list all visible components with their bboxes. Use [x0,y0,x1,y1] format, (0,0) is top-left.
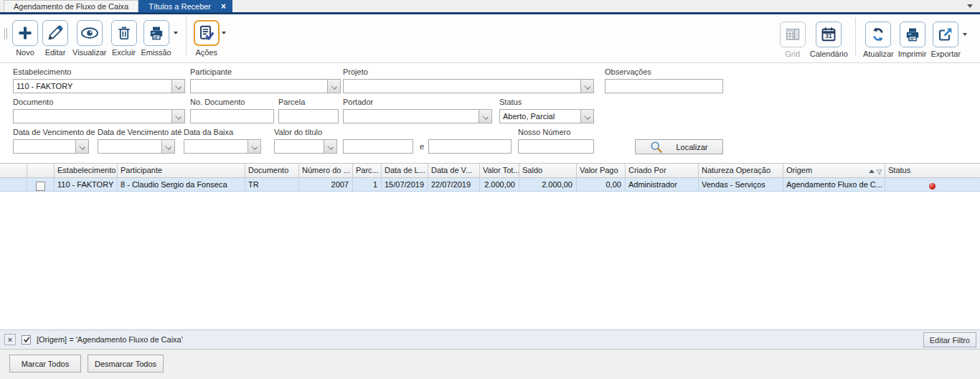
column-header-documento[interactable]: Documento [245,164,299,177]
column-header-valor-pago[interactable]: Valor Pago [577,164,626,177]
tab-overflow-chevron-icon[interactable] [967,4,973,8]
desmarcar-todos-button[interactable]: Desmarcar Todos [88,355,164,373]
column-header-data-vencimento[interactable]: Data de V... [428,164,480,177]
valor-titulo-value [275,140,324,153]
chevron-down-icon[interactable] [324,140,336,153]
cell-origem: Agendamento Fluxo de C... [783,178,885,191]
checkmark-icon [23,336,30,343]
excluir-button[interactable]: Excluir [109,19,139,57]
chevron-down-icon[interactable] [161,140,174,153]
acoes-button[interactable]: Ações [192,19,222,57]
button-label: Excluir [112,48,136,57]
status-select[interactable]: Aberto, Parcial [499,109,594,123]
row-indicator-header [0,164,27,177]
toolbar-grip-handle[interactable] [4,28,7,39]
parcela-input[interactable] [278,109,339,123]
no-documento-input[interactable] [190,109,274,123]
column-header-parcela[interactable]: Parc... [353,164,382,177]
column-header-valor-total[interactable]: Valor Tot... [480,164,519,177]
app-window: Agendamento de Fluxo de Caixa Títulos a … [0,0,980,379]
row-checkbox[interactable] [36,182,45,191]
atualizar-button[interactable]: Atualizar [861,21,896,59]
participante-label: Participante [190,67,232,76]
estabelecimento-select[interactable]: 110 - FAKTORY [13,79,185,93]
grid-header-row: Estabelecimento Participante Documento N… [0,164,980,178]
data-baixa-select[interactable] [184,139,261,154]
editar-filtro-button[interactable]: Editar Filtro [923,332,976,347]
column-filter-icon[interactable] [876,169,882,176]
localizar-button[interactable]: Localizar [635,139,723,154]
close-tab-icon[interactable]: × [221,2,226,11]
button-label: Emissão [141,48,171,57]
portador-label: Portador [343,98,373,106]
results-grid: Estabelecimento Participante Documento N… [0,164,980,329]
row-indicator-cell [0,178,27,191]
checkbox-column-header[interactable] [27,164,55,177]
column-header-data-lancamento[interactable]: Data de L... [382,164,428,177]
tab-titulos-a-receber[interactable]: Títulos a Receber × [138,0,232,12]
tab-agendamento-fluxo-caixa[interactable]: Agendamento de Fluxo de Caixa [4,0,138,12]
calendar-icon: 31 [816,22,842,47]
portador-select[interactable] [343,109,492,123]
column-header-origem[interactable]: Origem [783,164,885,177]
participante-select[interactable] [190,79,341,93]
emissao-button[interactable]: Emissão [139,19,174,57]
remove-filter-button[interactable]: × [4,334,16,345]
footer-bar: Marcar Todos Desmarcar Todos [0,350,980,379]
imprimir-button[interactable]: Imprimir [896,21,929,59]
chevron-down-icon[interactable] [580,110,593,123]
cell-parcela: 1 [353,178,382,191]
projeto-value [344,80,580,93]
chevron-down-icon[interactable] [580,80,593,93]
doc-check-icon [194,20,220,46]
chevron-down-icon[interactable] [479,110,491,123]
documento-select[interactable] [13,109,185,123]
refresh-icon [865,22,891,47]
chevron-down-icon[interactable] [171,80,184,93]
emissao-dropdown-arrow-icon[interactable] [174,32,178,34]
close-icon: × [8,335,12,344]
chevron-down-icon[interactable] [75,140,88,153]
filter-expression: [Origem] = 'Agendamento Fluxo de Caixa' [37,335,183,344]
column-header-saldo[interactable]: Saldo [519,164,577,177]
observacoes-input[interactable] [605,79,723,93]
valor-titulo-select[interactable] [274,139,337,154]
column-header-numero[interactable]: Número do ... [299,164,353,177]
projeto-select[interactable] [343,79,594,93]
sort-ascending-icon [869,169,875,173]
data-vencimento-ate-select[interactable] [98,139,175,154]
column-header-estabelecimento[interactable]: Estabelecimento [55,164,118,177]
editar-button[interactable]: Editar [40,19,70,57]
nosso-numero-input[interactable] [518,139,594,154]
filter-enabled-checkbox[interactable] [22,335,31,345]
novo-button[interactable]: Novo [10,19,40,57]
grid-empty-area [0,192,980,329]
column-header-participante[interactable]: Participante [118,164,245,177]
exportar-button[interactable]: Exportar [928,21,963,59]
acoes-dropdown-arrow-icon[interactable] [222,32,226,34]
eye-icon [77,20,103,46]
column-header-status[interactable]: Status [885,164,979,177]
calendario-button[interactable]: 31 Calendário [808,21,850,59]
chevron-down-icon[interactable] [248,140,260,153]
valor-ate-input[interactable] [428,139,512,154]
cell-criado-por: Administrador [626,178,699,191]
estabelecimento-value: 110 - FAKTORY [14,80,171,93]
marcar-todos-button[interactable]: Marcar Todos [9,355,81,373]
column-header-natureza-operacao[interactable]: Natureza Operação [699,164,783,177]
toolbar-right-group: Grid 31 Calendário [778,17,970,62]
documento-value [14,110,171,123]
cell-estabelecimento: 110 - FAKTORY [55,178,118,191]
valor-de-input[interactable] [343,139,413,154]
exportar-dropdown-arrow-icon[interactable] [963,33,967,36]
chevron-down-icon[interactable] [171,110,184,123]
data-vencimento-de-select[interactable] [13,139,89,154]
table-row[interactable]: 110 - FAKTORY 8 - Claudio Sergio da Fons… [0,178,980,192]
visualizar-button[interactable]: Visualizar [70,19,109,57]
grid-icon [780,22,806,47]
valor-titulo-label: Valor do título [274,128,322,136]
cell-numero: 2007 [299,178,353,191]
column-header-criado-por[interactable]: Criado Por [626,164,699,177]
row-checkbox-cell[interactable] [27,178,55,191]
chevron-down-icon[interactable] [327,80,340,93]
